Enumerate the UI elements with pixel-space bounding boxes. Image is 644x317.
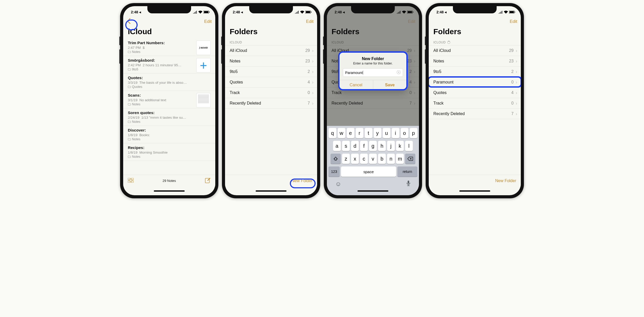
- key-r[interactable]: r: [356, 128, 363, 138]
- folder-row-quotes[interactable]: Quotes4›: [429, 88, 521, 98]
- folder-name-value: Paramount: [345, 71, 363, 75]
- key-h[interactable]: h: [378, 141, 386, 151]
- folder-icon: [128, 51, 131, 53]
- folder-row-9to5[interactable]: 9to52›: [429, 67, 521, 77]
- screen-3: 2:48 ◂ Edit Folders ICLOUD All iCloud29›…: [327, 6, 419, 195]
- folder-row-9to5[interactable]: 9to52›: [225, 67, 317, 77]
- key-b[interactable]: b: [378, 154, 386, 164]
- key-g[interactable]: g: [369, 141, 377, 151]
- folder-name: Recently Deleted: [433, 111, 465, 116]
- key-s[interactable]: s: [342, 141, 350, 151]
- keyboard[interactable]: qwertyuiopasdfghjklzxcvbnm 123 space ret…: [327, 126, 419, 195]
- note-title: Discover:: [128, 128, 211, 133]
- folder-row-track[interactable]: Track0›: [429, 98, 521, 109]
- cancel-button[interactable]: Cancel: [339, 80, 373, 90]
- key-a[interactable]: a: [333, 141, 341, 151]
- key-w[interactable]: w: [338, 128, 345, 138]
- mic-icon: [406, 180, 411, 187]
- chevron-right-icon: ›: [516, 48, 517, 53]
- folder-name-input[interactable]: Paramount ⓧ: [343, 68, 403, 77]
- folder-name: Recently Deleted: [230, 101, 261, 106]
- home-indicator[interactable]: [123, 187, 215, 195]
- numbers-key[interactable]: 123: [328, 166, 340, 177]
- shift-key[interactable]: [330, 154, 341, 164]
- folder-row-quotes[interactable]: Quotes4›: [225, 77, 317, 88]
- folder-row-recently-deleted[interactable]: Recently Deleted7›: [429, 109, 521, 119]
- chevron-right-icon: ›: [312, 101, 314, 106]
- key-d[interactable]: d: [351, 141, 359, 151]
- nav-bar: Edit: [429, 16, 521, 27]
- key-u[interactable]: u: [383, 128, 390, 138]
- folder-row-all-icloud[interactable]: All iCloud29›: [429, 45, 521, 56]
- note-count: 29 Notes: [163, 179, 176, 183]
- chevron-right-icon: ›: [312, 90, 314, 95]
- notch: [249, 6, 293, 13]
- folder-row-paramount[interactable]: Paramount0›: [429, 77, 521, 88]
- key-f[interactable]: f: [360, 141, 368, 151]
- emoji-key[interactable]: ☺: [335, 180, 342, 188]
- note-row[interactable]: Trim Part Numbers:2:47 PM $ Notes) NOVEI: [123, 39, 215, 56]
- note-meta: 2/24/19 1/13 "mmm it tastes like sunshin…: [128, 116, 187, 119]
- svg-rect-5: [128, 181, 130, 183]
- return-key[interactable]: return: [397, 166, 417, 177]
- key-y[interactable]: y: [374, 128, 381, 138]
- note-title: Quotes:: [128, 76, 211, 80]
- clear-input-icon[interactable]: ⓧ: [397, 70, 401, 75]
- home-indicator[interactable]: [429, 187, 521, 195]
- key-k[interactable]: k: [396, 141, 404, 151]
- home-indicator[interactable]: [225, 187, 317, 195]
- notes-list[interactable]: Trim Part Numbers:2:47 PM $ Notes) NOVEI…: [123, 39, 215, 175]
- key-j[interactable]: j: [387, 141, 395, 151]
- note-row[interactable]: Smörgåsbord:2:42 PM 2 hours 11 minutes/ …: [123, 56, 215, 73]
- key-z[interactable]: z: [342, 154, 350, 164]
- key-o[interactable]: o: [401, 128, 408, 138]
- folder-count: 7: [308, 101, 310, 106]
- folder-count: 23: [509, 59, 514, 63]
- key-x[interactable]: x: [351, 154, 359, 164]
- save-button[interactable]: Save: [373, 80, 407, 90]
- key-p[interactable]: p: [410, 128, 417, 138]
- key-n[interactable]: n: [387, 154, 395, 164]
- folders-list[interactable]: All iCloud29›Notes23›9to52›Quotes4›Track…: [225, 45, 317, 175]
- folder-count: 2: [308, 69, 310, 74]
- note-row[interactable]: Recipes:1/8/19 Morning Smoothie Notes: [123, 143, 215, 161]
- chevron-left-icon: [127, 18, 131, 24]
- folder-row-notes[interactable]: Notes23›: [429, 56, 521, 67]
- edit-button[interactable]: Edit: [306, 19, 314, 24]
- key-c[interactable]: c: [360, 154, 368, 164]
- note-row[interactable]: Quotes:3/3/19 The basis of your life is …: [123, 73, 215, 91]
- folder-row-all-icloud[interactable]: All iCloud29›: [225, 45, 317, 56]
- dictation-key[interactable]: [406, 180, 411, 188]
- folder-row-notes[interactable]: Notes23›: [225, 56, 317, 67]
- folder-row-recently-deleted[interactable]: Recently Deleted7›: [225, 98, 317, 109]
- folders-list[interactable]: All iCloud29›Notes23›9to52›Paramount0›Qu…: [429, 45, 521, 175]
- svg-rect-9: [306, 11, 310, 13]
- key-v[interactable]: v: [369, 154, 377, 164]
- space-key[interactable]: space: [341, 166, 396, 177]
- note-meta: 2:42 PM 2 hours 11 minutes/ 95…: [128, 63, 187, 67]
- attachments-button[interactable]: [128, 178, 133, 183]
- phone-frame-1: 2:48 ◂ Edit iCloud Trim Part Numbers:2:4…: [120, 3, 218, 198]
- new-folder-button[interactable]: New Folder: [291, 179, 312, 183]
- back-button[interactable]: [127, 18, 131, 25]
- key-q[interactable]: q: [329, 128, 336, 138]
- edit-button[interactable]: Edit: [510, 19, 517, 24]
- key-e[interactable]: e: [347, 128, 354, 138]
- key-m[interactable]: m: [396, 154, 404, 164]
- home-indicator[interactable]: [328, 188, 418, 194]
- folder-count: 29: [305, 48, 310, 53]
- note-row[interactable]: Soren quotes:2/24/19 1/13 "mmm it tastes…: [123, 108, 215, 126]
- folder-row-track[interactable]: Track0›: [225, 88, 317, 98]
- note-row[interactable]: Discover:1/8/19 Books: Notes: [123, 126, 215, 143]
- key-l[interactable]: l: [405, 141, 413, 151]
- key-i[interactable]: i: [392, 128, 399, 138]
- backspace-key[interactable]: [405, 154, 415, 164]
- edit-button[interactable]: Edit: [204, 19, 212, 24]
- key-t[interactable]: t: [365, 128, 372, 138]
- new-folder-button[interactable]: New Folder: [495, 179, 516, 183]
- svg-rect-3: [128, 178, 130, 180]
- folder-count: 4: [308, 80, 310, 85]
- note-row[interactable]: Scans:3/1/19 No additional text Notes: [123, 91, 215, 108]
- compose-button[interactable]: [205, 178, 211, 184]
- svg-rect-14: [408, 181, 409, 184]
